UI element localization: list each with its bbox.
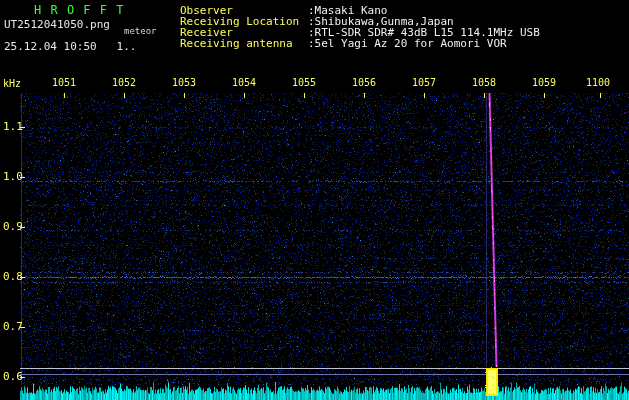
filename-label: UT2512041050.png <box>4 19 110 30</box>
x-tick-label: 1059 <box>532 78 556 88</box>
x-tick-label: 1055 <box>292 78 316 88</box>
app-title: H R O F F T <box>34 4 124 16</box>
antenna-value: :5el Yagi Az 20 for Aomori VOR <box>308 38 507 49</box>
hrofft-screen: H R O F F T UT2512041050.png meteor 25.1… <box>0 0 629 400</box>
x-tick-label: 1053 <box>172 78 196 88</box>
antenna-label: Receiving antenna <box>180 38 293 49</box>
y-axis-unit-label: kHz <box>3 79 21 89</box>
datetime-label: 25.12.04 10:50 1.. <box>4 41 136 52</box>
y-tick-label: 0.6 <box>3 371 23 382</box>
y-tick-label: 0.8 <box>3 271 23 282</box>
x-tick-label: 1052 <box>112 78 136 88</box>
mode-label: meteor <box>124 27 157 36</box>
y-tick-label: 0.7 <box>3 321 23 332</box>
x-tick-label: 1057 <box>412 78 436 88</box>
x-tick-label: 1100 <box>586 78 610 88</box>
spectrogram-canvas <box>0 0 629 400</box>
x-tick-label: 1054 <box>232 78 256 88</box>
y-tick-label: 1.0 <box>3 171 23 182</box>
y-tick-label: 0.9 <box>3 221 23 232</box>
x-tick-label: 1058 <box>472 78 496 88</box>
x-tick-label: 1056 <box>352 78 376 88</box>
x-tick-label: 1051 <box>52 78 76 88</box>
y-tick-label: 1.1 <box>3 121 23 132</box>
